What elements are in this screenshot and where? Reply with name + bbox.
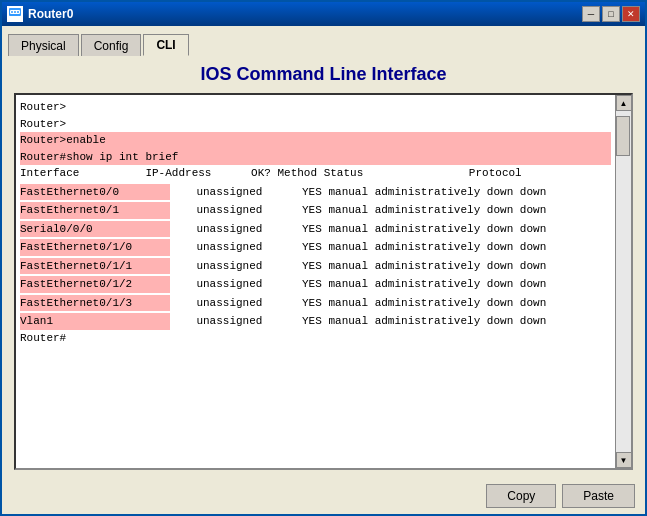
scroll-up-button[interactable]: ▲ [616,95,632,111]
svg-point-2 [11,11,13,13]
scroll-track [616,111,631,452]
title-bar: Router0 ─ □ ✕ [2,2,645,26]
scroll-down-button[interactable]: ▼ [616,452,632,468]
router-icon [7,6,23,22]
scroll-thumb[interactable] [616,116,630,156]
bottom-bar: Copy Paste [2,478,645,514]
svg-point-4 [17,11,19,13]
content-area: IOS Command Line Interface Router>Router… [2,56,645,478]
router-window: Router0 ─ □ ✕ Physical Config CLI IOS Co… [0,0,647,516]
close-button[interactable]: ✕ [622,6,640,22]
window-controls: ─ □ ✕ [582,6,640,22]
terminal-container[interactable]: Router>Router>Router>enableRouter#show i… [14,93,633,470]
tabs-bar: Physical Config CLI [2,26,645,56]
tab-physical[interactable]: Physical [8,34,79,56]
section-title: IOS Command Line Interface [14,64,633,85]
terminal-output[interactable]: Router>Router>Router>enableRouter#show i… [16,95,615,468]
copy-button[interactable]: Copy [486,484,556,508]
svg-point-3 [14,11,16,13]
tab-config[interactable]: Config [81,34,142,56]
window-title: Router0 [28,7,582,21]
tab-cli[interactable]: CLI [143,34,188,56]
maximize-button[interactable]: □ [602,6,620,22]
paste-button[interactable]: Paste [562,484,635,508]
minimize-button[interactable]: ─ [582,6,600,22]
scrollbar[interactable]: ▲ ▼ [615,95,631,468]
